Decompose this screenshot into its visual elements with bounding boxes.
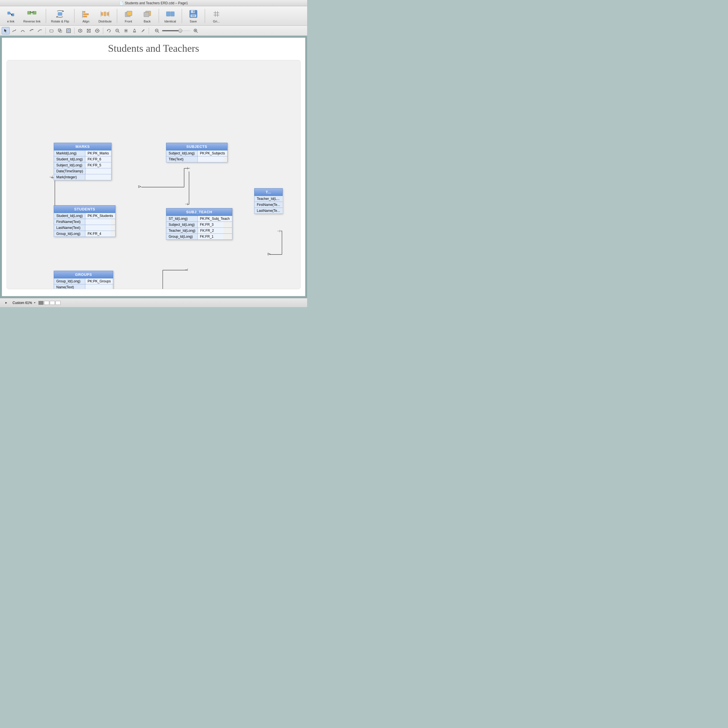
- svg-rect-29: [193, 11, 194, 12]
- tool-line[interactable]: [10, 27, 18, 34]
- svg-rect-25: [171, 12, 174, 16]
- tool-zoom-fit[interactable]: [113, 27, 121, 34]
- subj-teach-table[interactable]: SUBJ_TEACH ST_Id(Long) PK:PK_Subj_Teach …: [166, 208, 232, 240]
- subjects-cell-pk: PK:PK_Subjects: [198, 150, 227, 156]
- students-row-4: Group_Id(Long) FK:FR_4: [54, 231, 115, 237]
- zoom-select[interactable]: Custom 61%: [12, 301, 36, 305]
- page-icon-3[interactable]: [50, 301, 55, 305]
- grid-label: Gri...: [213, 20, 220, 23]
- tool-elbow[interactable]: [36, 27, 44, 34]
- svg-rect-23: [144, 12, 149, 17]
- groups-cell-name: Name(Text): [54, 284, 85, 289]
- tool-sep1: [46, 28, 46, 34]
- students-row-1: Student_Id(Long) PK:PK_Students: [54, 213, 115, 219]
- tool-group3[interactable]: [64, 27, 72, 34]
- tool-select[interactable]: [2, 27, 10, 34]
- students-row-3: LastName(Text): [54, 225, 115, 231]
- marks-cell-fk6: FK:FR_6: [85, 156, 111, 162]
- svg-rect-15: [101, 12, 103, 16]
- subjects-cell-id: Subject_Id(Long): [166, 150, 198, 156]
- page-icon-1[interactable]: [38, 301, 43, 305]
- canvas[interactable]: Students and Teachers ⊣ ⊣ ⊳ ⊢: [2, 38, 306, 296]
- students-table[interactable]: STUDENTS Student_Id(Long) PK:PK_Students…: [54, 205, 115, 237]
- groups-row-1: Group_Id(Long) PK:PK_Groups: [54, 278, 113, 284]
- svg-rect-11: [83, 11, 85, 13]
- align-label: Align: [83, 20, 89, 23]
- toolbar-reverse-link2[interactable]: Reverse link: [21, 8, 43, 24]
- teachers-table[interactable]: T... Teacher_Id(L... FirstName(Te... Las…: [254, 188, 283, 214]
- identical-label: Identical: [164, 20, 176, 23]
- rotate-flip-label: Rotate & Flip: [51, 20, 69, 23]
- zoom-thumb[interactable]: [178, 29, 182, 33]
- toolbar-grid[interactable]: Gri...: [208, 8, 225, 24]
- tool-group1[interactable]: [47, 27, 55, 34]
- svg-text:⊣: ⊣: [185, 202, 188, 206]
- svg-rect-12: [83, 13, 89, 15]
- subj-teach-row-1: ST_Id(Long) PK:PK_Subj_Teach: [166, 216, 232, 222]
- groups-cell-name-val: [85, 284, 111, 289]
- subj-teach-cell-id: ST_Id(Long): [166, 216, 198, 222]
- sep6: [205, 9, 205, 23]
- status-arrow[interactable]: [2, 299, 10, 307]
- page-icon-4[interactable]: [55, 301, 61, 305]
- svg-text:⊣: ⊣: [277, 229, 280, 233]
- students-header: STUDENTS: [54, 205, 115, 213]
- zoom-in-btn[interactable]: [192, 27, 200, 34]
- teachers-row-2: FirstName(Te...: [254, 202, 283, 208]
- tool-node2[interactable]: [85, 27, 93, 34]
- toolbar-front[interactable]: Front: [120, 8, 137, 24]
- svg-marker-100: [5, 302, 7, 304]
- reverse-link-label: e link: [7, 20, 14, 23]
- svg-point-64: [134, 29, 135, 30]
- marks-cell-date: Date(TimeStamp): [54, 168, 86, 174]
- zoom-slider[interactable]: [162, 30, 191, 31]
- subj-teach-cell-fk2: FK:FR_2: [198, 228, 223, 234]
- svg-rect-5: [32, 11, 37, 14]
- subjects-table[interactable]: SUBJECTS Subject_Id(Long) PK:PK_Subjects…: [166, 143, 228, 162]
- back-icon: [142, 9, 153, 19]
- subj-teach-row-2: Subject_Id(Long) FK:FR_3: [166, 222, 232, 228]
- align-icon: [81, 9, 91, 19]
- zoom-out-btn[interactable]: [153, 27, 161, 34]
- tool-connector[interactable]: [27, 27, 35, 34]
- svg-text:⊣: ⊣: [185, 268, 188, 272]
- teachers-header: T...: [254, 188, 283, 196]
- tool-refresh[interactable]: [105, 27, 113, 34]
- svg-point-51: [90, 32, 91, 32]
- window-title: Students and Teachers ERD.cdd – Page1: [125, 1, 188, 5]
- toolbar-rotate-flip[interactable]: Rotate & Flip: [49, 8, 72, 24]
- marks-cell-mark-val: [85, 174, 111, 180]
- groups-table[interactable]: GROUPS Group_Id(Long) PK:PK_Groups Name(…: [54, 271, 113, 289]
- students-cell-lastname: LastName(Text): [54, 225, 85, 231]
- toolbar-identical[interactable]: Identical: [162, 8, 179, 24]
- tool-node3[interactable]: [93, 27, 101, 34]
- subj-teach-cell-teacherid: Teacher_Id(Long): [166, 228, 198, 234]
- svg-rect-43: [67, 29, 70, 32]
- diagram-area[interactable]: ⊣ ⊣ ⊳ ⊢ ⊣ ⊣ ⊣ ⊣: [6, 60, 301, 289]
- marks-table[interactable]: MARKS MarkId(Long) PK:PK_Marks Student_I…: [54, 143, 112, 180]
- reverse-link-icon: [6, 9, 16, 19]
- toolbar-align[interactable]: Align: [77, 8, 95, 24]
- toolbar-distribute[interactable]: Distribute: [96, 8, 114, 24]
- tool-node1[interactable]: [76, 27, 84, 34]
- toolbar-reverse-link[interactable]: e link: [2, 8, 19, 24]
- svg-marker-101: [34, 302, 35, 303]
- svg-line-2: [10, 13, 11, 15]
- toolbar-save[interactable]: Save: [185, 8, 202, 24]
- diagram-title: Students and Teachers: [6, 42, 301, 54]
- tool-group2[interactable]: [56, 27, 64, 34]
- marks-row-3: Subject_Id(Long) FK:FR_5: [54, 162, 112, 168]
- tool-pan[interactable]: [122, 27, 130, 34]
- tool-stamp[interactable]: [130, 27, 139, 34]
- teachers-row-1: Teacher_Id(L...: [254, 196, 283, 202]
- toolbar-back[interactable]: Back: [139, 8, 156, 24]
- tool-arc[interactable]: [19, 27, 27, 34]
- page-icon-2[interactable]: [44, 301, 49, 305]
- svg-point-50: [87, 32, 88, 32]
- svg-rect-31: [192, 15, 195, 17]
- tool-pen[interactable]: [139, 27, 147, 34]
- distribute-icon: [100, 9, 110, 19]
- distribute-label: Distribute: [98, 20, 112, 23]
- svg-point-47: [88, 30, 89, 31]
- status-bar: Custom 61%: [0, 298, 307, 307]
